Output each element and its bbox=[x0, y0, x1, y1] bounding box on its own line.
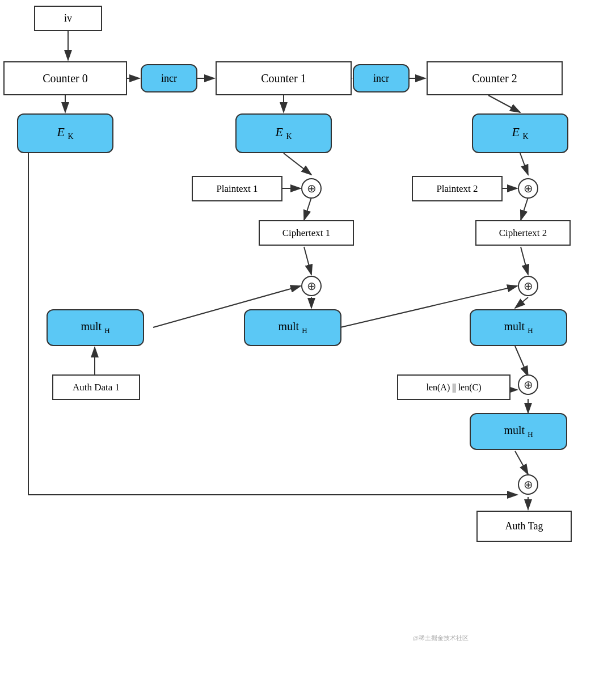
lenAlenC-label: len(A) || len(C) bbox=[426, 382, 481, 393]
counter0-box: Counter 0 bbox=[3, 61, 127, 95]
ek1-label: E K bbox=[275, 125, 292, 141]
ciphertext1-label: Ciphertext 1 bbox=[282, 228, 331, 239]
svg-line-9 bbox=[284, 153, 311, 175]
svg-line-14 bbox=[521, 197, 528, 220]
incr2-label: incr bbox=[373, 73, 389, 85]
incr1-label: incr bbox=[161, 73, 177, 85]
multH1-label: mult H bbox=[278, 320, 307, 335]
xor6-circle: ⊕ bbox=[518, 474, 538, 495]
xor1-symbol: ⊕ bbox=[307, 182, 317, 195]
multH2-box: mult H bbox=[470, 309, 567, 346]
iv-label: iv bbox=[64, 12, 72, 24]
lenAlenC-box: len(A) || len(C) bbox=[397, 374, 510, 400]
gcm-diagram: iv Counter 0 incr Counter 1 incr Counter… bbox=[0, 0, 616, 682]
authdata1-box: Auth Data 1 bbox=[52, 374, 140, 400]
ek1-box: E K bbox=[235, 113, 332, 153]
xor3-circle: ⊕ bbox=[301, 276, 322, 296]
svg-line-15 bbox=[304, 247, 311, 275]
ek2-label: E K bbox=[512, 125, 528, 141]
xor4-circle: ⊕ bbox=[518, 276, 538, 296]
authtag-box: Auth Tag bbox=[476, 511, 572, 542]
plaintext2-box: Plaintext 2 bbox=[412, 176, 503, 201]
iv-box: iv bbox=[34, 6, 102, 31]
incr1-box: incr bbox=[141, 64, 197, 92]
ciphertext2-label: Ciphertext 2 bbox=[499, 228, 547, 239]
xor3-symbol: ⊕ bbox=[307, 279, 317, 293]
watermark: @稀土掘金技术社区 bbox=[413, 634, 469, 642]
xor5-circle: ⊕ bbox=[518, 374, 538, 395]
incr2-box: incr bbox=[353, 64, 410, 92]
ciphertext2-box: Ciphertext 2 bbox=[475, 220, 571, 246]
plaintext1-label: Plaintext 1 bbox=[216, 183, 258, 195]
multH3-box: mult H bbox=[470, 413, 567, 450]
plaintext1-box: Plaintext 1 bbox=[192, 176, 282, 201]
svg-line-25 bbox=[515, 451, 528, 474]
ciphertext1-box: Ciphertext 1 bbox=[259, 220, 354, 246]
authdata1-label: Auth Data 1 bbox=[73, 382, 120, 393]
xor6-symbol: ⊕ bbox=[524, 478, 533, 491]
svg-line-10 bbox=[520, 153, 528, 175]
multH1-box: mult H bbox=[244, 309, 341, 346]
ek0-box: E K bbox=[17, 113, 113, 153]
svg-line-18 bbox=[515, 297, 528, 308]
svg-line-13 bbox=[304, 197, 311, 220]
xor5-symbol: ⊕ bbox=[524, 378, 533, 391]
counter0-label: Counter 0 bbox=[43, 72, 87, 85]
authtag-label: Auth Tag bbox=[505, 520, 543, 532]
svg-line-8 bbox=[488, 95, 520, 112]
multH3-label: mult H bbox=[504, 424, 533, 439]
multH0-box: mult H bbox=[47, 309, 144, 346]
counter1-box: Counter 1 bbox=[216, 61, 352, 95]
svg-line-16 bbox=[521, 247, 528, 275]
multH0-label: mult H bbox=[81, 320, 109, 335]
ek0-label: E K bbox=[57, 125, 73, 141]
xor2-circle: ⊕ bbox=[518, 178, 538, 199]
ek2-box: E K bbox=[472, 113, 568, 153]
xor2-symbol: ⊕ bbox=[524, 182, 533, 195]
counter2-box: Counter 2 bbox=[427, 61, 563, 95]
plaintext2-label: Plaintext 2 bbox=[436, 183, 478, 195]
svg-line-22 bbox=[515, 346, 528, 376]
xor4-symbol: ⊕ bbox=[524, 279, 533, 293]
counter2-label: Counter 2 bbox=[472, 72, 517, 85]
multH2-label: mult H bbox=[504, 320, 533, 335]
counter1-label: Counter 1 bbox=[261, 72, 306, 85]
xor1-circle: ⊕ bbox=[301, 178, 322, 199]
